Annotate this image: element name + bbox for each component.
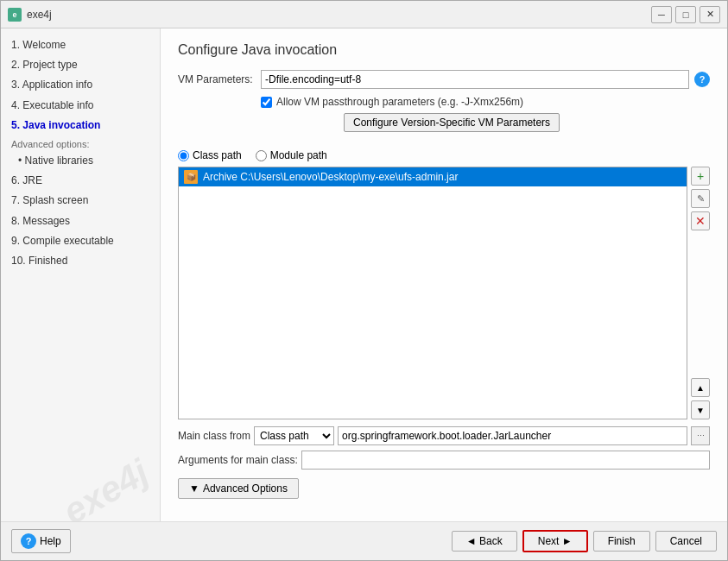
advanced-options-label: Advanced options: [1,136,160,151]
title-bar: e exe4j ─ □ ✕ [1,1,727,28]
delete-classpath-button[interactable]: ✕ [691,211,710,230]
sidebar-item-native-libraries[interactable]: • Native libraries [1,151,160,171]
footer: ? Help ◄ Back Next ► Finish Cancel [1,521,727,560]
cancel-button[interactable]: Cancel [655,531,717,552]
classpath-list[interactable]: 📦 Archive C:\Users\Lenovo\Desktop\my-exe… [178,167,687,419]
archive-icon: 📦 [184,170,198,184]
sidebar: 1. Welcome 2. Project type 3. Applicatio… [1,28,161,521]
title-bar-controls: ─ □ ✕ [651,6,720,23]
module-path-option[interactable]: Module path [256,149,327,161]
classpath-action-buttons: + ✎ ✕ [691,167,710,230]
scroll-up-button[interactable]: ▲ [691,378,710,397]
path-type-row: Class path Module path [178,149,710,161]
finish-button[interactable]: Finish [593,531,650,552]
vm-params-help-icon[interactable]: ? [694,72,710,87]
main-class-input[interactable] [338,426,687,445]
arguments-label: Arguments for main class: [178,454,298,466]
scroll-buttons: ▲ ▼ [691,378,710,419]
classpath-side-buttons: + ✎ ✕ ▲ ▼ [691,167,710,419]
class-path-radio[interactable] [178,150,189,161]
classpath-item-path: Archive C:\Users\Lenovo\Desktop\my-exe\u… [203,171,458,183]
class-path-option[interactable]: Class path [178,149,242,161]
advanced-options-icon: ▼ [189,482,199,495]
sidebar-item-compile[interactable]: 9. Compile executable [1,231,160,251]
next-button[interactable]: Next ► [522,530,588,552]
advanced-options-button[interactable]: ▼ Advanced Options [178,478,299,499]
advanced-options-label-text: Advanced Options [203,482,288,495]
classpath-area: 📦 Archive C:\Users\Lenovo\Desktop\my-exe… [178,167,710,419]
configure-version-button[interactable]: Configure Version-Specific VM Parameters [344,113,560,132]
vm-params-row: VM Parameters: ? [178,70,710,89]
passthrough-label: Allow VM passthrough parameters (e.g. -J… [276,96,523,108]
sidebar-item-splash-screen[interactable]: 7. Splash screen [1,191,160,211]
help-icon: ? [21,533,36,549]
vm-params-input[interactable] [261,70,689,89]
minimize-button[interactable]: ─ [651,6,672,23]
sidebar-item-exec-info[interactable]: 4. Executable info [1,96,160,116]
arguments-row: Arguments for main class: [178,451,710,470]
sidebar-watermark: exe4j [56,451,155,521]
main-window: e exe4j ─ □ ✕ 1. Welcome 2. Project type… [0,0,728,561]
main-content: Configure Java invocation VM Parameters:… [161,28,727,521]
sidebar-item-app-info[interactable]: 3. Application info [1,75,160,95]
edit-classpath-button[interactable]: ✎ [691,189,710,208]
close-button[interactable]: ✕ [700,6,720,23]
browse-main-class-button[interactable]: ⋯ [691,426,710,445]
back-button[interactable]: ◄ Back [452,531,517,552]
maximize-button[interactable]: □ [675,6,696,23]
app-icon: e [8,8,22,22]
help-button[interactable]: ? Help [11,529,71,553]
scroll-down-button[interactable]: ▼ [691,400,710,419]
window-title: exe4j [27,9,52,21]
arguments-input[interactable] [301,451,710,470]
add-classpath-button[interactable]: + [691,167,710,186]
sidebar-item-finished[interactable]: 10. Finished [1,251,160,271]
footer-left: ? Help [11,529,71,553]
passthrough-checkbox[interactable] [261,97,272,108]
sidebar-item-welcome[interactable]: 1. Welcome [1,35,160,55]
module-path-radio[interactable] [256,150,267,161]
page-title: Configure Java invocation [178,42,710,58]
vm-params-label: VM Parameters: [178,73,256,85]
content-area: 1. Welcome 2. Project type 3. Applicatio… [1,28,727,521]
sidebar-item-java-invocation[interactable]: 5. Java invocation [1,116,160,136]
main-class-select[interactable]: Class path Module path [254,426,334,445]
title-bar-left: e exe4j [8,8,52,22]
classpath-item[interactable]: 📦 Archive C:\Users\Lenovo\Desktop\my-exe… [179,167,687,186]
sidebar-item-project-type[interactable]: 2. Project type [1,55,160,75]
main-class-row: Main class from Class path Module path ⋯ [178,426,710,445]
sidebar-item-jre[interactable]: 6. JRE [1,171,160,191]
passthrough-row: Allow VM passthrough parameters (e.g. -J… [261,96,710,108]
main-class-label: Main class from [178,430,250,442]
advanced-options-container: ▼ Advanced Options [178,478,710,507]
footer-right: ◄ Back Next ► Finish Cancel [452,530,717,552]
sidebar-item-messages[interactable]: 8. Messages [1,211,160,231]
